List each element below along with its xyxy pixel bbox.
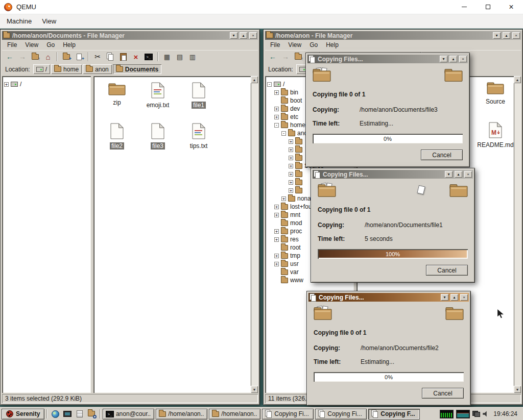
- expand-icon[interactable]: +: [289, 156, 293, 160]
- scroll-down-icon[interactable]: ▼: [514, 386, 521, 393]
- collapse-icon[interactable]: -: [274, 123, 279, 128]
- close-button[interactable]: ×: [249, 32, 257, 39]
- breadcrumb-anon[interactable]: anon: [83, 64, 112, 74]
- close-button[interactable]: ×: [512, 32, 520, 39]
- breadcrumb-root[interactable]: /: [33, 64, 50, 74]
- minimize-button[interactable]: ▾: [441, 294, 448, 301]
- home-button[interactable]: ⌂: [42, 51, 54, 62]
- expand-icon[interactable]: +: [274, 205, 279, 209]
- taskbar-button-home-anon[interactable]: /home/anon...: [209, 409, 260, 419]
- expand-icon[interactable]: +: [274, 90, 279, 95]
- qemu-minimize-button[interactable]: [453, 0, 476, 14]
- network-icon[interactable]: [472, 411, 480, 417]
- taskbar-button-anon-cour[interactable]: >_anon@cour...: [103, 409, 154, 419]
- cancel-button[interactable]: Cancel: [421, 150, 463, 160]
- copy-button[interactable]: [104, 51, 116, 62]
- dialog-titlebar[interactable]: Copying Files...▾▴×: [307, 55, 468, 63]
- open-parent-button[interactable]: ↑: [29, 51, 41, 62]
- back-button[interactable]: ←: [267, 51, 279, 62]
- maximize-button[interactable]: ▴: [240, 32, 247, 39]
- minimize-button[interactable]: ▾: [440, 56, 447, 62]
- file-item-file2[interactable]: file2: [97, 122, 137, 163]
- file-item-tips-txt[interactable]: tips.txt: [178, 122, 219, 163]
- taskbar-button-copying-f[interactable]: Copying F...: [368, 409, 420, 419]
- scroll-up-icon[interactable]: ▲: [251, 76, 258, 83]
- list-view-button[interactable]: ▤: [174, 51, 186, 62]
- expand-icon[interactable]: +: [274, 237, 279, 242]
- menu-view[interactable]: View: [284, 41, 305, 49]
- maximize-button[interactable]: ▴: [449, 56, 457, 62]
- terminal-button[interactable]: >_: [142, 51, 155, 62]
- expand-icon[interactable]: +: [274, 115, 279, 119]
- taskbar-clock[interactable]: 19:46:24: [491, 410, 519, 417]
- file-item-readme-md[interactable]: MREADME.md: [479, 122, 512, 161]
- scrollbar[interactable]: ▲ ▼: [251, 76, 258, 393]
- speaker-icon[interactable]: [483, 411, 489, 417]
- expand-icon[interactable]: +: [274, 254, 279, 258]
- menu-help[interactable]: Help: [322, 41, 342, 49]
- dialog-titlebar[interactable]: Copying Files...▾▴×: [308, 293, 469, 302]
- minimize-button[interactable]: ▾: [230, 32, 237, 39]
- close-button[interactable]: ×: [460, 294, 468, 301]
- cancel-button[interactable]: Cancel: [422, 388, 464, 399]
- expand-icon[interactable]: +: [289, 180, 293, 185]
- delete-button[interactable]: ×: [130, 51, 142, 62]
- expand-icon[interactable]: +: [274, 213, 279, 217]
- scroll-down-icon[interactable]: ▼: [251, 386, 258, 393]
- memory-graph-icon[interactable]: [456, 410, 470, 418]
- expand-icon[interactable]: +: [281, 196, 286, 201]
- expand-icon[interactable]: +: [4, 82, 9, 87]
- expand-icon[interactable]: +: [274, 107, 279, 111]
- desktop[interactable]: /home/anon/Documents - File Manager ▾ ▴ …: [0, 29, 523, 407]
- maximize-button[interactable]: ▴: [503, 32, 510, 39]
- quick-launch-display-button[interactable]: [62, 409, 73, 419]
- open-parent-button[interactable]: ↑: [292, 51, 304, 62]
- paste-button[interactable]: [117, 51, 129, 62]
- expand-icon[interactable]: +: [289, 147, 293, 152]
- close-button[interactable]: ×: [459, 56, 467, 62]
- new-file-button[interactable]: +: [73, 51, 85, 62]
- qemu-menu-machine[interactable]: Machine: [2, 16, 36, 27]
- tree-item-root[interactable]: +/: [4, 80, 90, 88]
- expand-icon[interactable]: +: [289, 164, 293, 168]
- start-button[interactable]: Serenity: [2, 409, 44, 419]
- quick-launch-text-editor-button[interactable]: [74, 409, 85, 419]
- taskbar-button-home-anon[interactable]: /home/anon...: [156, 409, 207, 419]
- close-button[interactable]: ×: [464, 171, 472, 178]
- dialog-titlebar[interactable]: Copying Files...▾▴×: [313, 170, 473, 179]
- menu-file[interactable]: File: [4, 41, 20, 49]
- menu-view[interactable]: View: [21, 41, 42, 49]
- expand-icon[interactable]: +: [289, 188, 293, 193]
- expand-icon[interactable]: +: [289, 172, 293, 177]
- quick-launch-globe-button[interactable]: [50, 409, 61, 419]
- scroll-up-icon[interactable]: ▲: [514, 76, 521, 83]
- directory-tree[interactable]: +/: [2, 76, 91, 393]
- qemu-close-button[interactable]: ×: [500, 0, 523, 14]
- icon-view-button[interactable]: ▦: [161, 51, 173, 62]
- scrollbar[interactable]: ▲ ▼: [514, 76, 521, 393]
- menu-file[interactable]: File: [267, 41, 283, 49]
- columns-view-button[interactable]: ▥: [186, 51, 199, 62]
- taskbar-button-copying-fi[interactable]: Copying Fi...: [315, 409, 367, 419]
- cancel-button[interactable]: Cancel: [426, 265, 468, 276]
- forward-button[interactable]: →: [279, 51, 292, 62]
- menu-go[interactable]: Go: [43, 41, 58, 49]
- file-item-emoji-txt[interactable]: emoji.txt: [137, 81, 178, 122]
- window-titlebar[interactable]: /home/anon - File Manager ▾ ▴ ×: [265, 31, 521, 40]
- maximize-button[interactable]: ▴: [450, 294, 458, 301]
- taskbar-button-copying-fi[interactable]: Copying Fi...: [262, 409, 314, 419]
- breadcrumb-home[interactable]: home: [51, 64, 82, 74]
- breadcrumb-documents[interactable]: Documents: [113, 64, 161, 74]
- forward-button[interactable]: →: [16, 51, 29, 62]
- new-folder-button[interactable]: +: [60, 51, 73, 62]
- quick-launch-file-search-button[interactable]: [86, 409, 98, 419]
- file-list[interactable]: zipemoji.txtfile1file2file3tips.txt: [93, 76, 251, 393]
- expand-icon[interactable]: +: [274, 229, 279, 234]
- maximize-button[interactable]: ▴: [455, 171, 462, 178]
- file-item-source[interactable]: Source: [479, 81, 512, 120]
- file-item-file1[interactable]: file1: [178, 81, 219, 122]
- back-button[interactable]: ←: [4, 51, 16, 62]
- file-item-zip[interactable]: zip: [97, 81, 137, 122]
- collapse-icon[interactable]: -: [281, 131, 286, 136]
- qemu-menu-view[interactable]: View: [37, 16, 61, 27]
